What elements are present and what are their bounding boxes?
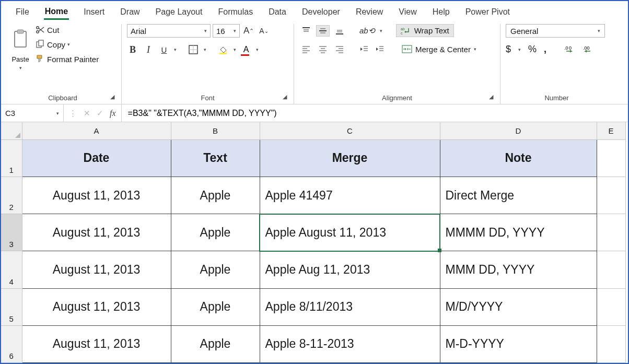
cell-A5[interactable]: August 11, 2013 xyxy=(22,288,171,325)
cell-D5[interactable]: M/D/YYYY xyxy=(440,288,597,325)
fill-color-button[interactable] xyxy=(217,44,229,55)
cell-A3[interactable]: August 11, 2013 xyxy=(22,214,171,251)
alignment-launcher-icon[interactable]: ◢ xyxy=(487,93,495,101)
font-size-combo[interactable]: 16▾ xyxy=(213,24,240,38)
col-header-C[interactable]: C xyxy=(260,122,440,139)
cell-D2[interactable]: Direct Merge xyxy=(440,177,597,214)
align-bottom-button[interactable] xyxy=(333,25,346,37)
cell-A2[interactable]: August 11, 2013 xyxy=(22,177,171,214)
row-header-3[interactable]: 3 xyxy=(1,214,22,251)
cell-A1[interactable]: Date xyxy=(22,139,171,177)
cell-C2[interactable]: Apple 41497 xyxy=(260,177,440,214)
comma-format-button[interactable]: , xyxy=(544,44,546,55)
cell-A6[interactable]: August 11, 2013 xyxy=(22,325,171,362)
tab-power-pivot[interactable]: Power Pivot xyxy=(464,5,511,19)
increase-indent-button[interactable] xyxy=(374,43,386,55)
bold-button[interactable]: B xyxy=(127,44,138,55)
row-header-4[interactable]: 4 xyxy=(1,251,22,288)
align-left-button[interactable] xyxy=(299,43,313,55)
cell-D1[interactable]: Note xyxy=(440,139,597,177)
row-header-6[interactable]: 6 xyxy=(1,325,22,362)
number-format-combo[interactable]: General▾ xyxy=(506,24,605,38)
borders-button[interactable] xyxy=(187,44,200,55)
underline-button[interactable]: U xyxy=(158,44,170,55)
paste-button[interactable] xyxy=(9,24,31,53)
cell-D4[interactable]: MMM DD, YYYY xyxy=(440,251,597,288)
tab-draw[interactable]: Draw xyxy=(119,5,141,19)
tab-data[interactable]: Data xyxy=(267,5,287,19)
cell-B6[interactable]: Apple xyxy=(171,325,260,362)
name-box[interactable]: C3▾ xyxy=(1,104,64,122)
accounting-dropdown[interactable]: ▾ xyxy=(518,47,521,52)
increase-decimal-button[interactable]: .00 xyxy=(564,45,576,54)
increase-font-icon[interactable]: A⌃ xyxy=(242,25,255,37)
borders-dropdown[interactable]: ▾ xyxy=(204,47,206,52)
accounting-format-button[interactable]: $ xyxy=(506,44,511,55)
align-right-button[interactable] xyxy=(333,43,346,55)
tab-review[interactable]: Review xyxy=(355,5,384,19)
tab-file[interactable]: File xyxy=(15,5,30,19)
decrease-decimal-button[interactable]: .00 xyxy=(583,45,595,54)
cell-D3[interactable]: MMMM DD, YYYY xyxy=(440,214,597,251)
decrease-font-icon[interactable]: A⌄ xyxy=(258,25,270,37)
cell-C3[interactable]: Apple August 11, 2013 xyxy=(260,214,440,251)
cell-E3[interactable] xyxy=(597,214,625,251)
tab-developer[interactable]: Developer xyxy=(301,5,341,19)
orientation-button[interactable]: ab⟲ xyxy=(358,25,377,37)
font-launcher-icon[interactable]: ◢ xyxy=(281,93,288,101)
tab-formulas[interactable]: Formulas xyxy=(217,5,254,19)
copy-button[interactable]: Copy ▾ xyxy=(36,40,99,49)
cell-C6[interactable]: Apple 8-11-2013 xyxy=(260,325,440,362)
tab-insert[interactable]: Insert xyxy=(83,5,106,19)
cancel-formula-button[interactable]: ✕ xyxy=(84,109,90,118)
cell-B3[interactable]: Apple xyxy=(171,214,260,251)
formula-input[interactable] xyxy=(122,104,628,122)
dots-icon[interactable]: ⋮ xyxy=(69,109,77,118)
italic-button[interactable]: I xyxy=(143,44,154,55)
fx-icon[interactable]: fx xyxy=(110,109,116,118)
cell-E4[interactable] xyxy=(597,251,625,288)
align-top-button[interactable] xyxy=(299,25,313,37)
align-center-button[interactable] xyxy=(316,43,330,55)
cell-B5[interactable]: Apple xyxy=(171,288,260,325)
percent-format-button[interactable]: % xyxy=(528,44,537,55)
worksheet[interactable]: ABCDE1DateTextMergeNote2August 11, 2013A… xyxy=(1,122,628,363)
col-header-D[interactable]: D xyxy=(440,122,597,139)
cell-B4[interactable]: Apple xyxy=(171,251,260,288)
select-all-corner[interactable] xyxy=(1,122,22,139)
cell-E6[interactable] xyxy=(597,325,625,362)
cell-E5[interactable] xyxy=(597,288,625,325)
format-painter-button[interactable]: Format Painter xyxy=(36,54,99,64)
fill-dropdown[interactable]: ▾ xyxy=(234,47,236,52)
tab-help[interactable]: Help xyxy=(432,5,451,19)
row-header-5[interactable]: 5 xyxy=(1,288,22,325)
row-header-2[interactable]: 2 xyxy=(1,177,22,214)
paste-dropdown[interactable]: ▾ xyxy=(19,65,22,71)
cell-C5[interactable]: Apple 8/11/2013 xyxy=(260,288,440,325)
col-header-A[interactable]: A xyxy=(22,122,171,139)
cell-E2[interactable] xyxy=(597,177,625,214)
underline-dropdown[interactable]: ▾ xyxy=(174,47,177,52)
cell-A4[interactable]: August 11, 2013 xyxy=(22,251,171,288)
cell-B2[interactable]: Apple xyxy=(171,177,260,214)
tab-view[interactable]: View xyxy=(398,5,417,19)
tab-page-layout[interactable]: Page Layout xyxy=(155,5,204,19)
align-middle-button[interactable] xyxy=(316,25,330,37)
col-header-E[interactable]: E xyxy=(597,122,625,139)
cell-C1[interactable]: Merge xyxy=(260,139,440,177)
font-color-dropdown[interactable]: ▾ xyxy=(256,47,259,52)
cell-E1[interactable] xyxy=(597,139,625,177)
wrap-text-button[interactable]: abc Wrap Text xyxy=(396,24,454,37)
col-header-B[interactable]: B xyxy=(171,122,260,139)
font-color-button[interactable]: A xyxy=(240,44,252,55)
cell-C4[interactable]: Apple Aug 11, 2013 xyxy=(260,251,440,288)
row-header-1[interactable]: 1 xyxy=(1,139,22,177)
cut-button[interactable]: Cut xyxy=(36,25,99,34)
clipboard-launcher-icon[interactable]: ◢ xyxy=(109,93,116,101)
decrease-indent-button[interactable] xyxy=(358,43,370,55)
cell-D6[interactable]: M-D-YYYY xyxy=(440,325,597,362)
cell-B1[interactable]: Text xyxy=(171,139,260,177)
confirm-formula-button[interactable]: ✓ xyxy=(97,109,103,118)
tab-home[interactable]: Home xyxy=(44,5,69,20)
merge-center-button[interactable]: Merge & Center ▾ xyxy=(400,44,479,55)
